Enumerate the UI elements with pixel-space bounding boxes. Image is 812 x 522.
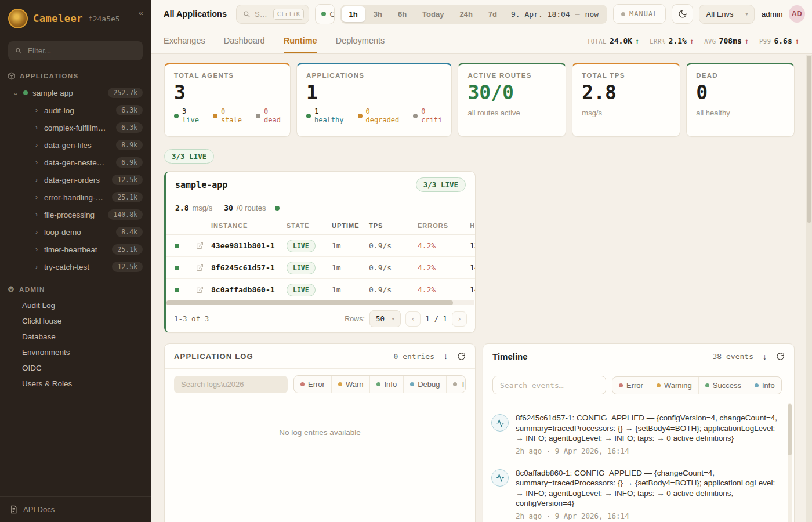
filter-chip-error[interactable]: Error xyxy=(294,376,331,393)
online-status-pill[interactable]: O xyxy=(315,4,334,24)
horizontal-scrollbar-thumb[interactable] xyxy=(166,300,453,305)
sidebar-item-sample-app[interactable]: ⌄ sample app 252.7k xyxy=(0,84,151,102)
log-empty-state: No log entries available xyxy=(165,400,475,437)
filter-chip-info[interactable]: Info xyxy=(748,377,781,394)
global-search[interactable]: S… Ctrl+K xyxy=(236,5,309,24)
refresh-icon[interactable] xyxy=(457,352,466,361)
timeline-event[interactable]: 8c0affadb860-1: CONFIG_APPLIED — {change… xyxy=(491,461,782,522)
external-link-icon[interactable] xyxy=(196,286,204,293)
sidebar-filter-input[interactable] xyxy=(27,46,136,56)
status-dot xyxy=(256,114,260,118)
dark-mode-toggle[interactable] xyxy=(672,4,693,24)
rows-label: Rows: xyxy=(345,315,365,323)
time-range-24h[interactable]: 24h xyxy=(452,6,480,22)
external-link-icon[interactable] xyxy=(196,242,204,249)
status-dot xyxy=(306,114,311,118)
env-select[interactable]: All Envs ▾ xyxy=(699,5,755,24)
document-icon xyxy=(9,505,18,514)
state-badge: LIVE xyxy=(287,284,316,296)
time-range-1h[interactable]: 1h xyxy=(342,6,365,22)
time-range-6h[interactable]: 6h xyxy=(390,6,414,22)
filter-chip-error[interactable]: Error xyxy=(612,377,650,394)
log-search-input[interactable] xyxy=(174,376,288,393)
external-link-icon[interactable] xyxy=(196,264,204,271)
sidebar-item-error-handling[interactable]: › error-handling-… 25.1k xyxy=(0,188,151,206)
table-row[interactable]: 8f6245c61d57-1 LIVE 1m 0.9/s 4.2% 14 xyxy=(166,257,475,279)
tab-runtime[interactable]: Runtime xyxy=(284,28,317,53)
tab-exchanges[interactable]: Exchanges xyxy=(164,28,205,53)
stat-p99-latency: P99 6.6s ↑ xyxy=(759,37,799,45)
status-dot xyxy=(23,90,28,95)
sidebar-item-label: timer-heartbeat xyxy=(44,245,107,254)
sub-stat-healthy: 1healthy xyxy=(306,107,344,125)
filter-chip-info[interactable]: Info xyxy=(369,376,403,393)
sidebar-item-data-gen-orders[interactable]: › data-gen-orders 12.5k xyxy=(0,171,151,188)
cube-icon xyxy=(8,72,16,80)
chevron-right-icon: › xyxy=(34,106,39,114)
sidebar-item-complex-fulfillment[interactable]: › complex-fulfillm… 6.3k xyxy=(0,119,151,136)
sidebar-item-timer-heartbeat[interactable]: › timer-heartbeat 25.1k xyxy=(0,241,151,258)
filter-chip-warning[interactable]: Warning xyxy=(650,377,698,394)
refresh-icon[interactable] xyxy=(776,352,785,361)
count-badge: 252.7k xyxy=(108,88,143,98)
chevron-right-icon: › xyxy=(34,158,39,166)
trend-up-icon: ↑ xyxy=(745,37,749,45)
sidebar-item-users-roles[interactable]: Users & Roles xyxy=(0,376,151,392)
next-page-button[interactable]: › xyxy=(452,311,467,327)
sidebar-item-database[interactable]: Database xyxy=(0,329,151,345)
time-from: 9. Apr. 18:04 xyxy=(511,10,570,19)
runtime-content: TOTAL AGENTS 3 3live 0stale 0dead xyxy=(151,54,812,522)
timeline-event[interactable]: 8f6245c61d57-1: CONFIG_APPLIED — {config… xyxy=(491,406,782,461)
table-row[interactable]: 43ee9811b801-1 LIVE 1m 0.9/s 4.2% 13 xyxy=(166,235,475,257)
sidebar-item-environments[interactable]: Environments xyxy=(0,345,151,360)
timeline-search-input[interactable] xyxy=(492,376,606,394)
filter-chip-success[interactable]: Success xyxy=(698,377,748,394)
api-docs-link[interactable]: API Docs xyxy=(0,496,151,522)
sidebar-item-audit-log[interactable]: › audit-log 6.3k xyxy=(0,102,151,119)
prev-page-button[interactable]: ‹ xyxy=(405,311,420,327)
pulse-icon xyxy=(491,469,509,487)
main-area: All Applications S… Ctrl+K O 1h 3h 6h To… xyxy=(151,0,812,522)
avatar[interactable]: AD xyxy=(789,5,805,23)
time-range-3h[interactable]: 3h xyxy=(366,6,390,22)
download-icon[interactable]: ↓ xyxy=(444,351,448,361)
sidebar-item-file-processing[interactable]: › file-processing 140.8k xyxy=(0,206,151,223)
table-row[interactable]: 8c0affadb860-1 LIVE 1m 0.9/s 4.2% 14 xyxy=(166,279,475,300)
sidebar-item-try-catch-test[interactable]: › try-catch-test 12.5k xyxy=(0,258,151,276)
filter-chip-warn[interactable]: Warn xyxy=(331,376,370,393)
download-icon[interactable]: ↓ xyxy=(763,352,767,361)
sidebar-item-data-gen-nested[interactable]: › data-gen-neste… 6.9k xyxy=(0,154,151,171)
chevron-right-icon: › xyxy=(34,193,39,201)
chevron-right-icon: › xyxy=(34,124,39,132)
chevron-right-icon: › xyxy=(34,141,39,149)
filter-chip-trace[interactable]: Trace xyxy=(446,376,466,393)
sub-stat-degraded: 0degraded xyxy=(358,107,400,125)
username-label: admin xyxy=(762,10,783,19)
sidebar-item-oidc[interactable]: OIDC xyxy=(0,360,151,376)
sidebar-item-loop-demo[interactable]: › loop-demo 8.4k xyxy=(0,223,151,241)
tab-deployments[interactable]: Deployments xyxy=(336,28,385,53)
manual-refresh-button[interactable]: MANUAL xyxy=(613,4,666,24)
filter-chip-debug[interactable]: Debug xyxy=(403,376,446,393)
summary-stats: TOTAL 24.0K ↑ ERR% 2.1% ↑ AVG 708ms ↑ P9… xyxy=(587,28,799,53)
log-level-filters: Error Warn Info Debug Trace xyxy=(293,375,466,393)
sidebar-collapse-icon[interactable]: « xyxy=(139,8,143,17)
count-badge: 6.9k xyxy=(116,157,143,168)
time-range-7d[interactable]: 7d xyxy=(481,6,505,22)
sidebar-filter[interactable] xyxy=(8,41,143,60)
table-header: INSTANCE STATE UPTIME TPS ERRORS H xyxy=(166,216,475,235)
tab-dashboard[interactable]: Dashboard xyxy=(224,28,265,53)
time-range-today[interactable]: Today xyxy=(415,6,451,22)
sidebar-item-clickhouse[interactable]: ClickHouse xyxy=(0,313,151,329)
tabs-row: Exchanges Dashboard Runtime Deployments … xyxy=(151,28,812,54)
card-applications: APPLICATIONS 1 1healthy 0degraded 0criti xyxy=(296,63,452,137)
page-scrollbar-thumb[interactable] xyxy=(807,56,811,223)
sidebar-item-audit-log-admin[interactable]: Audit Log xyxy=(0,298,151,313)
env-select-value: All Envs xyxy=(706,10,734,19)
timeline-scrollbar-thumb[interactable] xyxy=(788,404,792,455)
level-dot xyxy=(453,382,457,386)
rows-per-page-select[interactable]: 50 ▾ xyxy=(369,310,401,327)
sidebar-item-data-gen-files[interactable]: › data-gen-files 8.9k xyxy=(0,136,151,154)
chevron-right-icon: › xyxy=(34,176,39,184)
application-log-title: APPLICATION LOG xyxy=(174,352,253,361)
